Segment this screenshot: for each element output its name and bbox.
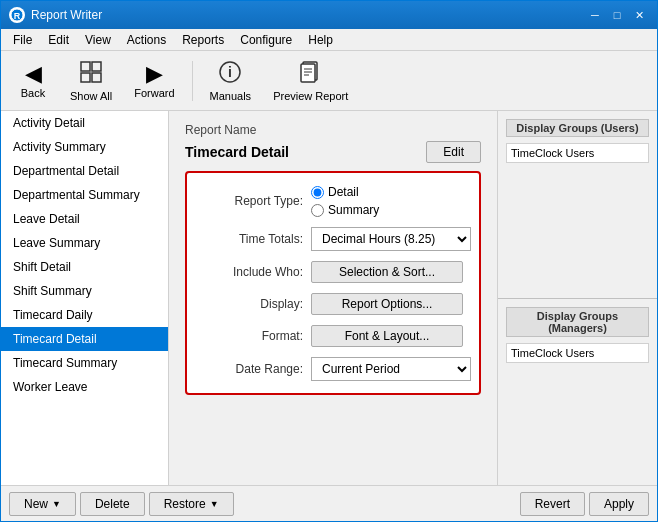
new-label: New	[24, 497, 48, 511]
forward-label: Forward	[134, 87, 174, 99]
managers-section: Display Groups (Managers) TimeClock User…	[498, 299, 657, 486]
detail-radio-label[interactable]: Detail	[311, 185, 379, 199]
users-title: Display Groups (Users)	[506, 119, 649, 137]
restore-button[interactable]: Restore ▼	[149, 492, 234, 516]
back-label: Back	[21, 87, 45, 99]
sidebar-item-timecard-daily[interactable]: Timecard Daily	[1, 303, 168, 327]
preview-icon	[299, 60, 323, 88]
manuals-icon: i	[218, 60, 242, 88]
summary-radio-label[interactable]: Summary	[311, 203, 379, 217]
new-dropdown-arrow: ▼	[52, 499, 61, 509]
sidebar-item-timecard-summary[interactable]: Timecard Summary	[1, 351, 168, 375]
showall-label: Show All	[70, 90, 112, 102]
toolbar: ◀ Back Show All ▶ Forward i	[1, 51, 657, 111]
window-title: Report Writer	[31, 8, 585, 22]
apply-button[interactable]: Apply	[589, 492, 649, 516]
sidebar-item-timecard-detail[interactable]: Timecard Detail	[1, 327, 168, 351]
svg-text:R: R	[14, 11, 21, 21]
sidebar-item-shift-detail[interactable]: Shift Detail	[1, 255, 168, 279]
revert-label: Revert	[535, 497, 570, 511]
report-type-controls: Detail Summary	[311, 185, 379, 217]
date-range-row: Date Range: Current Period Previous Peri…	[203, 357, 463, 381]
svg-rect-9	[301, 64, 315, 82]
time-totals-select[interactable]: Decimal Hours (8.25) Hours & Minutes (8:…	[311, 227, 471, 251]
display-button[interactable]: Report Options...	[311, 293, 463, 315]
time-totals-label: Time Totals:	[203, 232, 303, 246]
content-area: Report Name Timecard Detail Edit Report …	[169, 111, 497, 485]
manuals-button[interactable]: i Manuals	[201, 55, 261, 107]
detail-label: Detail	[328, 185, 359, 199]
format-label: Format:	[203, 329, 303, 343]
revert-button[interactable]: Revert	[520, 492, 585, 516]
format-row: Format: Font & Layout...	[203, 325, 463, 347]
new-button[interactable]: New ▼	[9, 492, 76, 516]
app-icon: R	[9, 7, 25, 23]
back-button[interactable]: ◀ Back	[9, 55, 57, 107]
display-row: Display: Report Options...	[203, 293, 463, 315]
preview-report-button[interactable]: Preview Report	[264, 55, 357, 107]
menu-actions[interactable]: Actions	[119, 31, 174, 49]
right-panel: Display Groups (Users) TimeClock Users D…	[497, 111, 657, 485]
manuals-label: Manuals	[210, 90, 252, 102]
main-layout: Activity Detail Activity Summary Departm…	[1, 111, 657, 485]
users-list-item-0[interactable]: TimeClock Users	[506, 143, 649, 163]
svg-text:i: i	[228, 64, 232, 80]
date-range-select[interactable]: Current Period Previous Period Date Rang…	[311, 357, 471, 381]
config-box: Report Type: Detail Summary Ti	[185, 171, 481, 395]
menu-view[interactable]: View	[77, 31, 119, 49]
sidebar-item-leave-summary[interactable]: Leave Summary	[1, 231, 168, 255]
sidebar-item-departmental-summary[interactable]: Departmental Summary	[1, 183, 168, 207]
toolbar-separator	[192, 61, 193, 101]
bottom-bar: New ▼ Delete Restore ▼ Revert Apply	[1, 485, 657, 521]
svg-rect-4	[81, 73, 90, 82]
include-who-row: Include Who: Selection & Sort...	[203, 261, 463, 283]
title-bar: R Report Writer ─ □ ✕	[1, 1, 657, 29]
managers-list-item-0[interactable]: TimeClock Users	[506, 343, 649, 363]
svg-rect-3	[92, 62, 101, 71]
bottom-right: Revert Apply	[520, 492, 649, 516]
sidebar-item-shift-summary[interactable]: Shift Summary	[1, 279, 168, 303]
showall-icon	[79, 60, 103, 88]
report-name-value: Timecard Detail	[185, 144, 289, 160]
forward-icon: ▶	[146, 63, 163, 85]
report-type-row: Report Type: Detail Summary	[203, 185, 463, 217]
back-icon: ◀	[25, 63, 42, 85]
sidebar-item-leave-detail[interactable]: Leave Detail	[1, 207, 168, 231]
minimize-button[interactable]: ─	[585, 7, 605, 23]
time-totals-row: Time Totals: Decimal Hours (8.25) Hours …	[203, 227, 463, 251]
delete-label: Delete	[95, 497, 130, 511]
report-name-row: Timecard Detail Edit	[185, 141, 481, 163]
edit-button[interactable]: Edit	[426, 141, 481, 163]
managers-title: Display Groups (Managers)	[506, 307, 649, 337]
sidebar-item-worker-leave[interactable]: Worker Leave	[1, 375, 168, 399]
delete-button[interactable]: Delete	[80, 492, 145, 516]
sidebar-item-activity-summary[interactable]: Activity Summary	[1, 135, 168, 159]
menu-reports[interactable]: Reports	[174, 31, 232, 49]
menu-configure[interactable]: Configure	[232, 31, 300, 49]
svg-rect-2	[81, 62, 90, 71]
date-range-label: Date Range:	[203, 362, 303, 376]
detail-radio[interactable]	[311, 186, 324, 199]
menu-edit[interactable]: Edit	[40, 31, 77, 49]
showall-button[interactable]: Show All	[61, 55, 121, 107]
display-label: Display:	[203, 297, 303, 311]
report-type-label: Report Type:	[203, 194, 303, 208]
main-window: R Report Writer ─ □ ✕ File Edit View Act…	[0, 0, 658, 522]
menu-file[interactable]: File	[5, 31, 40, 49]
window-controls: ─ □ ✕	[585, 7, 649, 23]
svg-rect-5	[92, 73, 101, 82]
close-button[interactable]: ✕	[629, 7, 649, 23]
report-name-section: Report Name Timecard Detail Edit	[185, 123, 481, 163]
restore-label: Restore	[164, 497, 206, 511]
sidebar: Activity Detail Activity Summary Departm…	[1, 111, 169, 485]
maximize-button[interactable]: □	[607, 7, 627, 23]
menu-help[interactable]: Help	[300, 31, 341, 49]
sidebar-item-departmental-detail[interactable]: Departmental Detail	[1, 159, 168, 183]
format-button[interactable]: Font & Layout...	[311, 325, 463, 347]
menu-bar: File Edit View Actions Reports Configure…	[1, 29, 657, 51]
summary-radio[interactable]	[311, 204, 324, 217]
forward-button[interactable]: ▶ Forward	[125, 55, 183, 107]
sidebar-item-activity-detail[interactable]: Activity Detail	[1, 111, 168, 135]
apply-label: Apply	[604, 497, 634, 511]
include-who-button[interactable]: Selection & Sort...	[311, 261, 463, 283]
